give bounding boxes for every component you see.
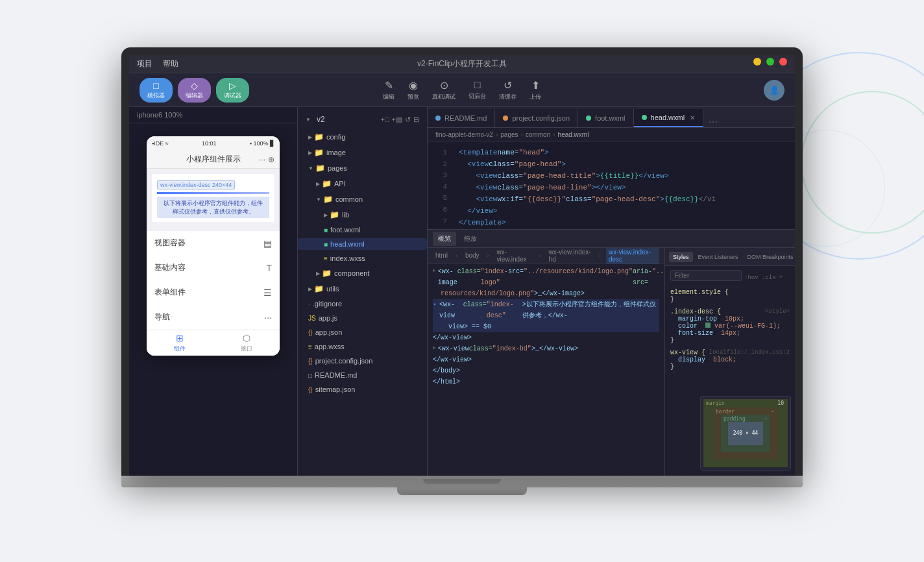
list-icon-3: ··· (264, 312, 272, 323)
tree-item-gitignore[interactable]: · .gitignore (298, 297, 427, 311)
tab-foot-wxml[interactable]: foot.wxml (578, 109, 633, 127)
css-rule-wx-view: wx-view { localfile:/_index.css:2 displa… (670, 349, 790, 371)
list-item-3[interactable]: 导航 ··· (147, 305, 280, 329)
nav-item-components[interactable]: ⊞ 组件 (147, 333, 213, 353)
toolbar-right: 👤 (764, 80, 784, 101)
close-tab-icon[interactable]: ✕ (690, 114, 695, 121)
phone-frame: ▪IDE ≈ 10:01 ▪ 100% ▊ 小程序组件展示 ··· ⊕ (147, 136, 280, 356)
code-line-6: </view> (459, 206, 787, 217)
code-area: 1 2 3 4 5 6 7 8 <templa (428, 142, 795, 229)
laptop-shell: 项目 帮助 v2-FinClip小程序开发工具 □ 模拟器 ◇ (121, 47, 803, 515)
phone-bottom-nav: ⊞ 组件 ⬡ 接口 (147, 330, 280, 356)
list-item-1[interactable]: 基础内容 T (147, 256, 280, 280)
main-area: iphone6 100% ▪IDE ≈ 10:01 ▪ 100% ▊ 小程 (129, 107, 795, 476)
devtab-overview[interactable]: 概览 (433, 232, 456, 246)
laptop-screen: 项目 帮助 v2-FinClip小程序开发工具 □ 模拟器 ◇ (121, 47, 803, 476)
minimize-button[interactable] (753, 58, 761, 66)
html-tag-body[interactable]: body (463, 250, 482, 260)
editor-panel: README.md project.config.json foot.wxml (428, 107, 795, 476)
api-icon: ⬡ (243, 333, 250, 343)
tree-item-head-wxml[interactable]: ■ head.wxml (298, 237, 427, 251)
list-item-0[interactable]: 视图容器 ▤ (147, 231, 280, 255)
styles-tab-dom-breakpoints[interactable]: DOM Breakpoints (744, 252, 795, 262)
phone-status-bar: ▪IDE ≈ 10:01 ▪ 100% ▊ (147, 136, 280, 151)
tree-item-readme[interactable]: □ README.md (298, 368, 427, 382)
element-highlight: wx-view.index-desc 240×44 以下将展示小程序官方组件能力… (152, 174, 274, 222)
devtools-left: html › body › wx-view.index › wx-view.in… (428, 248, 665, 476)
code-content[interactable]: <template name="head" > <view class="pag… (451, 142, 795, 229)
tree-item-app-json[interactable]: {} app.json (298, 325, 427, 339)
ht-line-3: view> == $0 (433, 321, 659, 332)
tree-item-lib[interactable]: ▶ 📁 lib (298, 207, 427, 223)
code-line-2: <view class="page-head" > (459, 159, 787, 171)
tab-project-config[interactable]: project.config.json (495, 109, 578, 127)
devtools-top-tabs: 概览 拖放 (428, 230, 795, 248)
menu-help[interactable]: 帮助 (163, 58, 178, 69)
code-line-1: <template name="head" > (459, 147, 787, 159)
tree-item-utils[interactable]: ▶ 📁 utils (298, 281, 427, 297)
tree-item-common[interactable]: ▼ 📁 common (298, 191, 427, 207)
user-avatar[interactable]: 👤 (764, 80, 784, 101)
line-numbers: 1 2 3 4 5 6 7 8 (428, 142, 451, 229)
html-tag-html[interactable]: html (433, 250, 450, 260)
styles-tab-styles[interactable]: Styles (669, 252, 693, 262)
list-item-2[interactable]: 表单组件 ☰ (147, 280, 280, 304)
html-tag-wxview-index-desc[interactable]: wx-view.index-desc (606, 248, 659, 264)
tree-item-sitemap[interactable]: {} sitemap.json (298, 382, 427, 397)
laptop-stand (397, 487, 527, 495)
action-device-debug[interactable]: ⊙ 真机调试 (432, 79, 456, 101)
element-tag: wx-view.index-desc 240×44 (157, 180, 235, 189)
css-rule-index-desc: .index-desc { <style> margin-top: 10px; … (670, 308, 790, 344)
code-editor: 1 2 3 4 5 6 7 8 <templa (428, 142, 795, 229)
styles-tab-event-listeners[interactable]: Event Listeners (694, 252, 742, 262)
tree-item-app-wxss[interactable]: ≡ app.wxss (298, 339, 427, 354)
close-button[interactable] (779, 58, 787, 66)
menu-project[interactable]: 项目 (137, 58, 152, 69)
code-line-4: <view class="page-head-line" ></view> (459, 182, 787, 194)
tree-item-foot-wxml[interactable]: ■ foot.wxml (298, 223, 427, 237)
box-model-widget: margin 10 border - padding - (700, 396, 791, 470)
html-tag-wxview-index[interactable]: wx-view.index (494, 248, 534, 264)
tab-head-wxml[interactable]: head.wxml ✕ (634, 109, 704, 127)
root-folder-name: v2 (317, 115, 325, 124)
device-label: iphone6 100% (129, 107, 297, 123)
nav-item-api[interactable]: ⬡ 接口 (213, 333, 280, 353)
list-icon-0: ▤ (263, 238, 272, 249)
action-upload[interactable]: ⬆ 上传 (529, 79, 541, 101)
element-bar (157, 192, 269, 194)
file-tree-header: ▼ v2 +□ +▤ ↺ ⊟ (298, 112, 427, 129)
left-panel: iphone6 100% ▪IDE ≈ 10:01 ▪ 100% ▊ 小程 (129, 107, 298, 476)
ht-line-4: </wx-view> (433, 332, 659, 343)
tree-item-config[interactable]: ▶ 📁 config (298, 129, 427, 145)
tree-item-index-wxss[interactable]: ≡ index.wxss (298, 251, 427, 265)
editor-button[interactable]: ◇ 编辑器 (178, 78, 211, 103)
tab-more-button[interactable]: ⋯ (703, 117, 723, 127)
action-clear-cache[interactable]: ↺ 清缓存 (499, 79, 517, 101)
laptop-notch (423, 479, 501, 484)
maximize-button[interactable] (766, 58, 774, 66)
action-edit[interactable]: ✎ 编辑 (383, 79, 395, 101)
devtab-drag[interactable]: 拖放 (459, 232, 482, 246)
styles-panel-tabs: Styles Event Listeners DOM Breakpoints P… (665, 248, 795, 266)
phone-app-title: 小程序组件展示 ··· ⊕ (147, 151, 280, 169)
menu-bar: 项目 帮助 v2-FinClip小程序开发工具 (129, 55, 795, 73)
simulator-button[interactable]: □ 模拟器 (140, 78, 173, 103)
window-controls (753, 58, 787, 66)
action-preview[interactable]: ◉ 预览 (407, 79, 419, 101)
tree-item-app-js[interactable]: JS app.js (298, 311, 427, 325)
html-tag-wxview-index-hd[interactable]: wx-view.index-hd (546, 248, 594, 264)
components-icon: ⊞ (176, 333, 184, 343)
debugger-button[interactable]: ▷ 调试器 (216, 78, 249, 103)
ht-line-5: ▶ <wx-view class="index-bd" >_</wx-view> (433, 343, 659, 354)
tree-item-component[interactable]: ▶ 📁 component (298, 265, 427, 281)
ht-line-8: </html> (433, 376, 659, 387)
action-background[interactable]: □ 切后台 (468, 79, 486, 101)
tree-item-api[interactable]: ▶ 📁 API (298, 176, 427, 191)
phone-container: ▪IDE ≈ 10:01 ▪ 100% ▊ 小程序组件展示 ··· ⊕ (129, 123, 297, 476)
tab-readme[interactable]: README.md (428, 109, 495, 127)
styles-filter-input[interactable] (670, 270, 742, 281)
app-title: v2-FinClip小程序开发工具 (417, 58, 507, 69)
tree-item-pages[interactable]: ▼ 📁 pages (298, 160, 427, 176)
tree-item-project-config[interactable]: {} project.config.json (298, 354, 427, 368)
tree-item-image[interactable]: ▶ 📁 image (298, 145, 427, 160)
